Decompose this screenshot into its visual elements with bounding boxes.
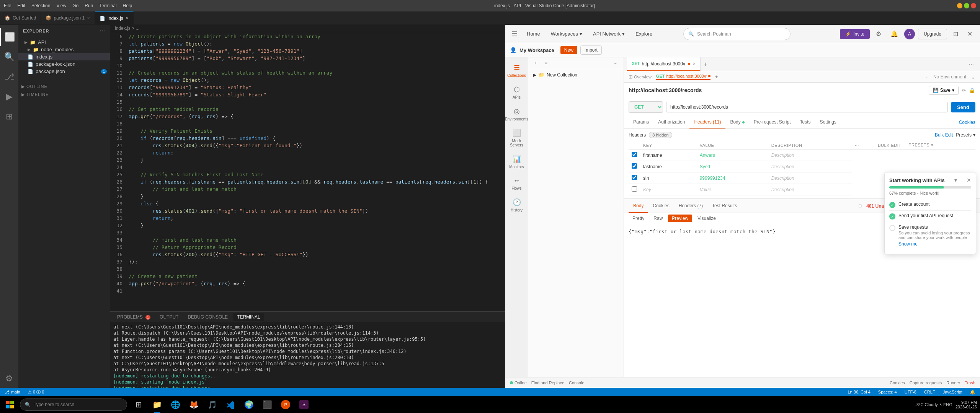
sidebar-item-history[interactable]: 🕐 History <box>507 195 526 215</box>
errors-status[interactable]: ⚠ 0 ⓘ 0 <box>26 389 46 395</box>
activity-git[interactable]: ⎇ <box>0 68 18 86</box>
row4-value-placeholder[interactable]: Value <box>697 184 768 195</box>
minimize-button[interactable] <box>957 3 962 8</box>
runner-status[interactable]: Runner <box>946 380 960 385</box>
import-button[interactable]: Import <box>580 46 602 55</box>
row3-description[interactable]: Description <box>768 172 852 184</box>
format-tab-pretty[interactable]: Pretty <box>629 215 648 222</box>
row3-value[interactable]: 9999991234 <box>697 172 768 184</box>
tab-get-started[interactable]: 🏠 Get Started <box>0 11 41 25</box>
row4-key-placeholder[interactable]: Key <box>640 184 697 195</box>
taskbar-app-chrome[interactable]: 🌍 <box>240 396 257 413</box>
response-tab-headers[interactable]: Headers (7) <box>674 199 707 213</box>
response-tab-cookies[interactable]: Cookies <box>648 199 674 213</box>
lock-button[interactable]: 🔒 <box>969 86 975 95</box>
notification-button[interactable]: 🔔 <box>887 29 901 39</box>
trash-status[interactable]: Trash <box>965 380 975 385</box>
hidden-count-badge[interactable]: 8 hidden <box>649 132 672 138</box>
environment-chevron-icon[interactable]: ⌄ <box>971 74 975 80</box>
taskbar-app-vscode[interactable] <box>222 396 239 413</box>
explorer-package-json[interactable]: 📄 package.json 1 <box>18 68 110 75</box>
row1-checkbox[interactable] <box>632 152 637 157</box>
row2-key[interactable]: lastname <box>640 161 697 172</box>
row2-value[interactable]: Syed <box>697 161 768 172</box>
activity-settings[interactable]: ⚙ <box>0 369 18 388</box>
subtab-authorization[interactable]: Authorization <box>653 116 689 128</box>
maximize-button[interactable] <box>964 3 969 8</box>
new-button[interactable]: New <box>560 46 577 54</box>
row1-description[interactable]: Description <box>768 150 852 161</box>
row3-key[interactable]: sin <box>640 172 697 184</box>
activity-extensions[interactable]: ⊞ <box>0 107 18 126</box>
nav-explore[interactable]: Explore <box>631 29 657 39</box>
code-editor[interactable]: // Create patients in an object with inf… <box>126 32 505 311</box>
subtab-body[interactable]: Body <box>725 116 749 128</box>
tab-debug-console[interactable]: DEBUG CONSOLE <box>184 313 232 321</box>
menu-bar[interactable]: File Edit Selection View Go Run Terminal… <box>4 3 132 8</box>
settings-button[interactable]: ⚙ <box>873 29 884 39</box>
method-selector[interactable]: GET POST PUT DELETE <box>629 101 663 113</box>
tab-output[interactable]: OUTPUT <box>156 313 182 321</box>
taskbar-app-explorer[interactable]: 📁 <box>149 396 165 413</box>
overview-tab[interactable]: ◫ Overview <box>629 74 652 79</box>
outline-section[interactable]: ▶ OUTLINE <box>18 83 110 91</box>
tab-index-js[interactable]: 📄 index.js ✕ <box>95 11 134 25</box>
subtab-settings[interactable]: Settings <box>815 116 841 128</box>
new-collection-item[interactable]: ▶ 📁 New Collection <box>528 69 624 81</box>
start-button[interactable] <box>3 398 17 411</box>
tab-package-json[interactable]: 📦 package.json 1 ✕ <box>41 11 95 25</box>
close-button[interactable] <box>971 3 976 8</box>
show-me-link[interactable]: Show me <box>898 241 971 247</box>
encoding-status[interactable]: UTF-8 <box>903 390 918 395</box>
online-status[interactable]: Online <box>510 380 527 385</box>
expand-button[interactable]: ⊡ <box>950 29 961 39</box>
row4-checkbox[interactable] <box>632 186 637 192</box>
menu-go[interactable]: Go <box>72 3 78 8</box>
explorer-package-lock[interactable]: 📄 package-lock.json <box>18 60 110 68</box>
find-replace-status[interactable]: Find and Replace <box>531 380 564 385</box>
menu-terminal[interactable]: Terminal <box>99 3 116 8</box>
row2-checkbox[interactable] <box>632 163 637 169</box>
nav-api-network[interactable]: API Network ▾ <box>588 29 629 39</box>
row4-desc-placeholder[interactable]: Description <box>768 184 852 195</box>
sidebar-item-mock-servers[interactable]: ⬜ Mock Servers <box>507 126 526 150</box>
branch-status[interactable]: ⎇ main <box>3 389 22 395</box>
subtab-tests[interactable]: Tests <box>795 116 815 128</box>
explorer-index-js[interactable]: 📄 index.js <box>18 53 110 60</box>
taskbar-app-powershell[interactable]: ⬛ <box>259 396 276 413</box>
subtab-headers[interactable]: Headers (11) <box>689 116 725 128</box>
explorer-more-icon[interactable]: ··· <box>100 28 105 34</box>
explorer-node-modules[interactable]: ▶ 📁 node_modules <box>18 46 110 53</box>
new-request-tab-button[interactable]: + <box>701 61 710 68</box>
taskbar-app-postman[interactable]: P <box>277 396 294 413</box>
tab-more-button[interactable]: ··· <box>966 61 977 68</box>
edit-button[interactable]: ✏ <box>962 86 966 95</box>
postman-menu-button[interactable]: ☰ <box>510 28 519 40</box>
row2-description[interactable]: Description <box>768 161 852 172</box>
activity-explorer[interactable]: ⬜ <box>0 28 18 46</box>
language-status[interactable]: JavaScript <box>941 390 964 395</box>
add-collection-button[interactable]: + <box>531 59 540 67</box>
sidebar-item-flows[interactable]: ↔ Flows <box>507 174 526 193</box>
req-tab-get-records[interactable]: GET http://localhost:3000/r ✕ <box>627 57 701 71</box>
subtab-params[interactable]: Params <box>629 116 653 128</box>
format-tab-preview[interactable]: Preview <box>668 215 692 222</box>
req-tab-close[interactable]: ✕ <box>693 62 696 66</box>
format-tab-raw[interactable]: Raw <box>650 215 666 222</box>
taskbar-app-firefox[interactable]: 🦊 <box>185 396 202 413</box>
response-tab-test-results[interactable]: Test Results <box>707 199 742 213</box>
menu-edit[interactable]: Edit <box>17 3 25 8</box>
menu-view[interactable]: View <box>56 3 66 8</box>
row1-value[interactable]: Anwars <box>697 150 768 161</box>
cookies-link[interactable]: Cookies <box>959 120 975 125</box>
terminal-content[interactable]: at next (C:\Users\Guest101\Desktop\API\n… <box>110 322 505 388</box>
tab-index-js-close[interactable]: ✕ <box>126 16 129 20</box>
taskbar-app-taskview[interactable]: ⊞ <box>130 396 147 413</box>
notification-status[interactable]: 🔔 <box>969 390 977 395</box>
timeline-section[interactable]: ▶ TIMELINE <box>18 91 110 99</box>
add-tab-button[interactable]: + <box>715 74 718 80</box>
tab-problems[interactable]: PROBLEMS 1 <box>113 313 154 321</box>
invite-button[interactable]: ⚡ Invite <box>840 29 870 39</box>
sidebar-item-apis[interactable]: ⬡ APIs <box>507 82 526 102</box>
sidebar-item-monitors[interactable]: 📊 Monitors <box>507 152 526 172</box>
